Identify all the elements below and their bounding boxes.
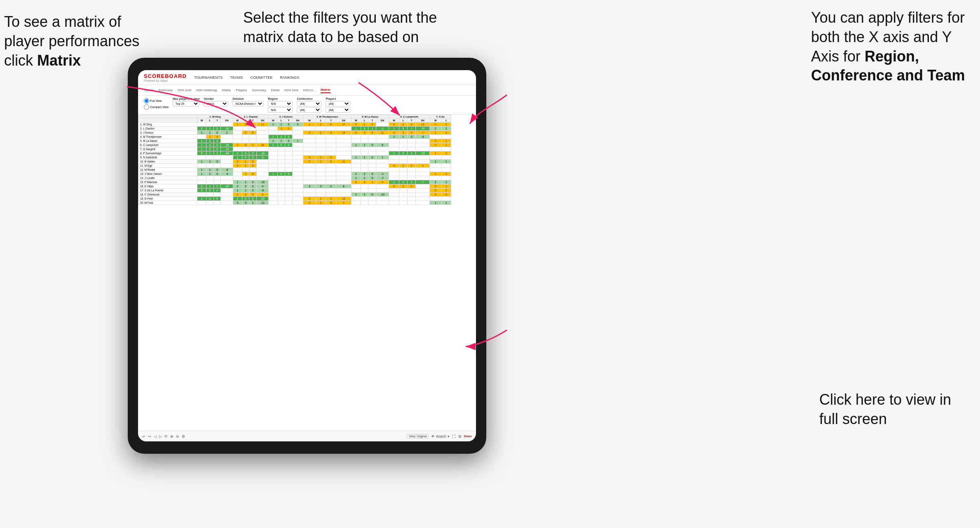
cell-w: 1 <box>429 172 441 176</box>
cell-dif <box>292 189 303 193</box>
cell-l <box>399 147 407 151</box>
cell-l <box>361 197 368 201</box>
tab-players[interactable]: Players <box>236 87 247 93</box>
cell-l: 3 <box>441 131 451 135</box>
cell-w <box>233 176 242 180</box>
player-name-cell: 2. L Clanton <box>138 127 197 131</box>
cell-l <box>316 193 326 197</box>
conference-select-x[interactable]: (All) <box>297 101 321 106</box>
cell-l: 0 <box>206 189 213 193</box>
col-5-t: T <box>368 119 376 123</box>
cell-dif: 11 <box>376 131 389 135</box>
cell-t <box>285 168 293 172</box>
matrix-header-4: 4. M Thorbjornsen <box>303 115 352 119</box>
cell-t: 1 <box>408 127 416 131</box>
filter-conference: Conference (All) (All) <box>297 97 321 113</box>
cell-w: 0 <box>233 160 242 164</box>
cell-w <box>233 139 242 143</box>
cell-l <box>278 189 285 193</box>
nav-teams[interactable]: TEAMS <box>230 75 243 80</box>
cell-w: 1 <box>429 160 441 164</box>
division-select[interactable]: NCAA Division I <box>232 101 264 106</box>
gender-select[interactable]: Men's <box>204 101 228 106</box>
max-players-select[interactable]: Top 25 <box>173 101 199 106</box>
tab-matrix-active[interactable]: Matrix <box>321 87 331 93</box>
player-name-cell: 8. P Summerhays <box>138 151 197 156</box>
cell-w: 0 <box>389 131 399 135</box>
cell-w <box>351 201 361 205</box>
cell-t: 0 <box>213 143 221 147</box>
cell-l: 1 <box>316 201 326 205</box>
forward-icon[interactable]: ▷ <box>159 434 162 438</box>
compact-view-radio[interactable]: Compact View <box>144 104 169 110</box>
cell-dif <box>221 135 233 139</box>
player-name-cell: 3. J Koivun <box>138 131 197 135</box>
cell-dif: 11 <box>257 123 269 127</box>
player-name-cell: 12. M Riedel <box>138 168 197 172</box>
cell-l: 1 <box>441 143 451 147</box>
cell-l <box>399 176 407 180</box>
cell-t: 0 <box>368 156 376 160</box>
zoom-in-icon[interactable]: ⊕ <box>170 434 173 438</box>
players-select-x[interactable]: (All) <box>326 101 350 106</box>
cell-l: 1 <box>316 160 326 164</box>
cell-t <box>213 156 221 160</box>
cell-dif: 7 <box>336 201 351 205</box>
view-original-button[interactable]: View: Original <box>407 434 429 438</box>
cell-t: 0 <box>326 201 336 205</box>
nav-committee[interactable]: COMMITTEE <box>250 75 272 80</box>
cell-w <box>269 193 278 197</box>
matrix-header-7: 7. G Sa <box>429 115 451 119</box>
refresh-icon[interactable]: ⟳ <box>164 434 168 438</box>
tab-h2h-grid2[interactable]: H2H Grid <box>284 87 298 93</box>
cell-w: 0 <box>303 197 316 201</box>
view-toggle: Full View Compact View <box>144 98 169 110</box>
region-select-y[interactable]: N/A <box>268 107 293 113</box>
full-view-radio[interactable]: Full View <box>144 98 169 104</box>
tab-summary[interactable]: Summary <box>159 87 173 93</box>
tab-h2h-h[interactable]: H2H H... <box>303 87 316 93</box>
cell-l <box>441 135 451 139</box>
conference-select-y[interactable]: (All) <box>297 107 321 113</box>
col-2-t: T <box>249 119 257 123</box>
tab-teams[interactable]: Teams <box>144 87 154 93</box>
table-row: 8. P Summerhays512-48200-16101-1312 <box>138 151 451 156</box>
tab-h2h-heatmap[interactable]: H2H Heatmap <box>196 87 217 93</box>
cell-w: 1 <box>197 139 206 143</box>
cell-dif <box>292 176 303 180</box>
nav-tournaments[interactable]: TOURNAMENTS <box>194 75 223 80</box>
cell-dif <box>336 151 351 156</box>
tab-h2h-grid[interactable]: H2H Grid <box>178 87 191 93</box>
cell-w <box>389 201 399 205</box>
cell-w <box>269 189 278 193</box>
cell-l: 1 <box>206 131 213 135</box>
cell-l <box>361 139 368 143</box>
cell-l: 1 <box>399 164 407 168</box>
redo-icon[interactable]: ↪ <box>148 434 151 438</box>
cell-t: 0 <box>326 160 336 164</box>
cell-dif <box>221 164 233 168</box>
cell-w <box>389 160 399 164</box>
cell-dif: -3 <box>221 172 233 176</box>
tab-matrix[interactable]: Matrix <box>222 87 231 93</box>
zoom-out-icon[interactable]: ⊖ <box>176 434 179 438</box>
cell-l: 2 <box>361 172 368 176</box>
cell-l: 1 <box>242 160 249 164</box>
region-select-x[interactable]: N/A <box>268 101 293 106</box>
cell-w: 0 <box>303 160 316 164</box>
players-select-y[interactable]: (All) <box>326 107 350 113</box>
nav-rankings[interactable]: RANKINGS <box>280 75 299 80</box>
share-button[interactable]: Share <box>464 435 472 438</box>
cell-t: 0 <box>213 189 221 193</box>
back-icon[interactable]: ◁ <box>154 434 157 438</box>
watch-button[interactable]: 👁 Watch ▾ <box>431 434 449 438</box>
cell-dif <box>376 151 389 156</box>
tab-detail[interactable]: Detail <box>271 87 279 93</box>
undo-icon[interactable]: ↩ <box>142 434 145 438</box>
fullscreen-icon[interactable]: ⛶ <box>452 434 456 438</box>
settings-icon[interactable]: ⚙ <box>182 434 185 438</box>
grid-icon[interactable]: ⊞ <box>458 434 462 438</box>
tab-summary2[interactable]: Summary <box>252 87 266 93</box>
cell-dif <box>221 156 233 160</box>
cell-l: 2 <box>361 193 368 197</box>
